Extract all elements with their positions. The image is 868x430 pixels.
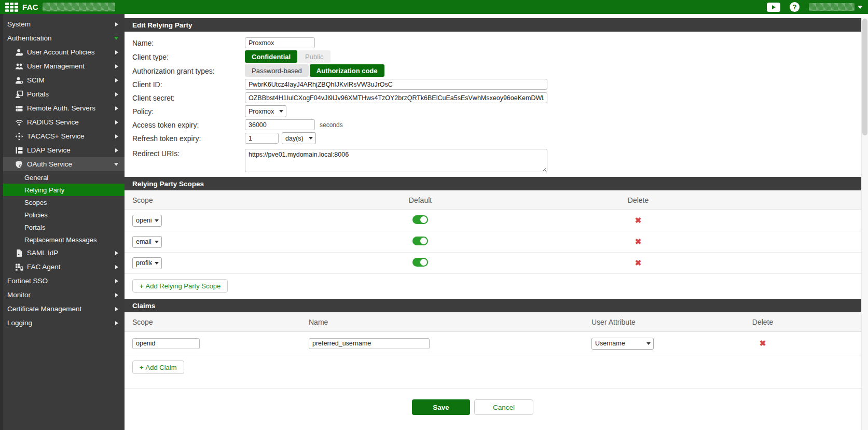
- delete-icon[interactable]: ✖: [760, 339, 766, 348]
- cancel-button[interactable]: Cancel: [474, 399, 533, 415]
- scopes-section-title: Relying Party Scopes: [125, 177, 861, 190]
- radius-wifi-icon: [15, 118, 23, 127]
- claim-scope-input[interactable]: [132, 338, 200, 349]
- chevron-right-icon: [115, 134, 118, 138]
- claim-user-attribute-select[interactable]: Username: [591, 338, 654, 350]
- sidebar-item-user-management[interactable]: User Management: [3, 59, 125, 73]
- default-toggle[interactable]: [412, 258, 428, 267]
- client-type-public-button[interactable]: Public: [298, 50, 330, 63]
- tacacs-icon: [15, 132, 23, 141]
- scrollbar-thumb[interactable]: [862, 19, 867, 135]
- scopes-col-scope: Scope: [125, 196, 363, 204]
- footer-divider: [125, 388, 861, 389]
- chevron-right-icon: [115, 106, 118, 110]
- scim-icon: [15, 76, 23, 85]
- refresh-token-expiry-input[interactable]: [245, 133, 279, 144]
- chevron-right-icon: [115, 78, 118, 82]
- redirect-uris-textarea[interactable]: https://pve01.mydomain.local:8006: [245, 149, 547, 172]
- grant-types-label: Authorization grant types:: [132, 66, 245, 75]
- users-icon: [15, 62, 23, 71]
- sidebar-item-oauth-replacement-messages[interactable]: Replacement Messages: [3, 233, 125, 246]
- app-header: FAC ?: [0, 0, 868, 14]
- server-icon: [15, 104, 23, 113]
- scope-row: openid ✖: [125, 210, 861, 231]
- scrollbar[interactable]: [861, 18, 868, 430]
- scope-select[interactable]: email: [132, 236, 162, 248]
- sidebar-item-remote-auth-servers[interactable]: Remote Auth. Servers: [3, 101, 125, 115]
- scope-select[interactable]: profile: [132, 257, 162, 269]
- sidebar-item-scim[interactable]: SCIM: [3, 73, 125, 87]
- claim-name-input[interactable]: [309, 338, 430, 349]
- policy-label: Policy:: [132, 107, 245, 116]
- client-type-confidential-button[interactable]: Confidential: [245, 50, 297, 63]
- chevron-right-icon: [115, 92, 118, 96]
- chevron-right-icon: [115, 22, 118, 26]
- chevron-right-icon: [115, 64, 118, 68]
- chevron-down-icon: [114, 163, 118, 166]
- sidebar-item-fortinet-sso[interactable]: Fortinet SSO: [3, 274, 125, 288]
- access-token-unit: seconds: [320, 121, 343, 129]
- client-id-input[interactable]: [245, 79, 547, 90]
- sidebar-item-oauth-general[interactable]: General: [3, 171, 125, 184]
- help-icon[interactable]: ?: [790, 2, 800, 12]
- sidebar-item-tacacs-service[interactable]: TACACS+ Service: [3, 129, 125, 143]
- relying-party-form: Name: Client type: Confidential Public A…: [125, 32, 861, 177]
- grant-types-toggle-group: Password-based Authorization code: [245, 64, 384, 77]
- scope-row: profile ✖: [125, 253, 861, 274]
- sidebar-item-saml-idp[interactable]: SAML IdP: [3, 246, 125, 260]
- claims-col-user-attribute: User Attribute: [581, 318, 742, 326]
- chevron-down-icon: [114, 37, 118, 40]
- delete-icon[interactable]: ✖: [635, 258, 642, 267]
- sidebar-item-oauth-portals[interactable]: Portals: [3, 221, 125, 233]
- sidebar-item-system[interactable]: System: [3, 17, 125, 31]
- claims-col-name: Name: [298, 318, 581, 326]
- youtube-icon[interactable]: [767, 3, 780, 12]
- user-menu[interactable]: [809, 3, 863, 11]
- default-toggle[interactable]: [412, 237, 428, 245]
- sidebar-item-ldap-service[interactable]: LDAP Service: [3, 143, 125, 157]
- sidebar-item-oauth-service[interactable]: OAuth Service: [3, 157, 125, 171]
- grant-authorization-code-button[interactable]: Authorization code: [310, 64, 384, 77]
- refresh-token-unit-select[interactable]: day(s): [282, 132, 316, 144]
- scope-select[interactable]: openid: [132, 215, 162, 227]
- page-title: Edit Relying Party: [125, 18, 861, 32]
- chevron-down-icon: [858, 6, 863, 9]
- client-secret-input[interactable]: [245, 92, 547, 103]
- chevron-right-icon: [115, 321, 118, 325]
- claims-table-header: Scope Name User Attribute Delete: [125, 312, 861, 332]
- access-token-expiry-label: Access token expiry:: [132, 120, 245, 129]
- grant-password-based-button[interactable]: Password-based: [245, 64, 309, 77]
- policy-select[interactable]: Proxmox: [245, 105, 286, 117]
- name-input[interactable]: [245, 37, 315, 48]
- fortinet-logo-icon: [5, 3, 18, 12]
- scopes-col-default: Default: [363, 196, 477, 204]
- save-button[interactable]: Save: [412, 399, 470, 415]
- sidebar-item-user-account-policies[interactable]: User Account Policies: [3, 45, 125, 59]
- add-relying-party-scope-button[interactable]: +Add Relying Party Scope: [132, 279, 228, 293]
- client-type-toggle-group: Confidential Public: [245, 50, 330, 63]
- refresh-token-expiry-label: Refresh token expiry:: [132, 134, 245, 143]
- sidebar-item-fac-agent[interactable]: FAC Agent: [3, 260, 125, 274]
- sidebar-item-oauth-policies[interactable]: Policies: [3, 209, 125, 221]
- sidebar-item-oauth-scopes[interactable]: Scopes: [3, 196, 125, 209]
- client-type-label: Client type:: [132, 52, 245, 61]
- sidebar-item-monitor[interactable]: Monitor: [3, 288, 125, 302]
- sidebar-item-portals-auth[interactable]: Portals: [3, 87, 125, 101]
- chevron-right-icon: [115, 265, 118, 269]
- plus-icon: +: [140, 282, 144, 290]
- client-secret-label: Client secret:: [132, 93, 245, 102]
- claim-row: Username ✖: [125, 332, 861, 355]
- sidebar-item-radius-service[interactable]: RADIUS Service: [3, 115, 125, 129]
- delete-icon[interactable]: ✖: [635, 216, 642, 225]
- sidebar-item-authentication[interactable]: Authentication: [3, 31, 125, 45]
- scope-row: email ✖: [125, 231, 861, 253]
- access-token-expiry-input[interactable]: [245, 119, 315, 130]
- plus-icon: +: [140, 364, 144, 371]
- oauth-shield-icon: [15, 160, 23, 169]
- sidebar-item-certificate-management[interactable]: Certificate Management: [3, 302, 125, 316]
- add-claim-button[interactable]: +Add Claim: [132, 360, 184, 374]
- default-toggle[interactable]: [412, 215, 428, 224]
- sidebar-item-oauth-relying-party[interactable]: Relying Party: [3, 184, 125, 196]
- sidebar-item-logging[interactable]: Logging: [3, 316, 125, 330]
- delete-icon[interactable]: ✖: [635, 237, 642, 246]
